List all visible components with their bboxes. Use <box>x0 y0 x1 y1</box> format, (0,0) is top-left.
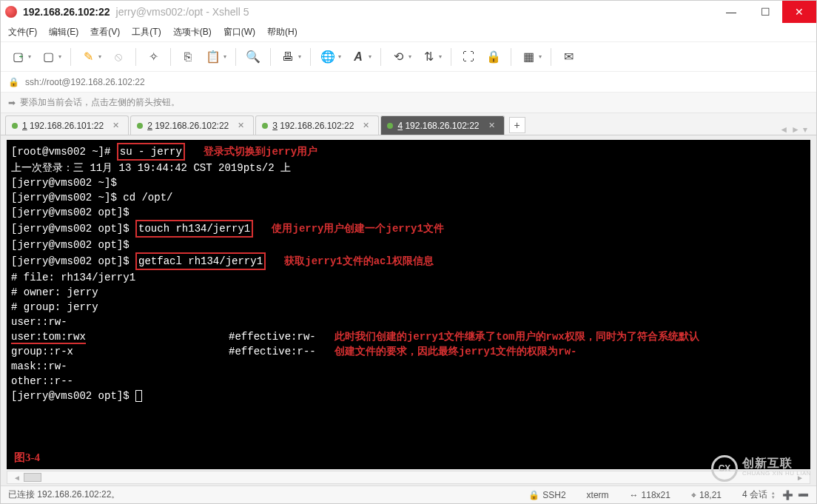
compose-icon[interactable]: ✉ <box>560 49 576 65</box>
tab-close-icon[interactable]: ✕ <box>238 121 244 130</box>
address-text[interactable]: ssh://root@192.168.26.102:22 <box>25 77 145 87</box>
session-tab-2[interactable]: 2 192.168.26.102:22 ✕ <box>130 115 254 135</box>
annotation: 登录式切换到jerry用户 <box>204 146 317 158</box>
menu-view[interactable]: 查看(V) <box>90 26 120 38</box>
paste-icon[interactable]: 📋 <box>205 49 221 65</box>
fullscreen-icon[interactable]: ⛶ <box>460 49 477 65</box>
window-title-main: 192.168.26.102:22 <box>23 6 110 18</box>
dropdown-icon[interactable]: ▾ <box>408 53 411 60</box>
status-dot-icon <box>387 123 393 129</box>
status-size: 118x21 <box>642 490 670 500</box>
new-session-icon[interactable]: ▢+ <box>10 49 26 65</box>
session-tab-4[interactable]: 4 192.168.26.102:22 ✕ <box>380 115 504 135</box>
status-connected: 已连接 192.168.26.102:22。 <box>8 488 120 501</box>
status-bar: 已连接 192.168.26.102:22。 🔒SSH2 xterm ↔118x… <box>1 485 816 503</box>
tab-label: 4 192.168.26.102:22 <box>397 121 479 131</box>
open-icon[interactable]: ▢ <box>40 49 56 65</box>
print-icon[interactable]: 🖶 <box>280 49 296 65</box>
menu-file[interactable]: 文件(F) <box>8 26 37 38</box>
app-icon <box>5 6 17 18</box>
dropdown-icon[interactable]: ▾ <box>539 53 542 60</box>
disconnect-icon[interactable]: ⦸ <box>110 49 127 65</box>
dropdown-icon[interactable]: ▾ <box>223 53 226 60</box>
menu-bar: 文件(F) 编辑(E) 查看(V) 工具(T) 选项卡(B) 窗口(W) 帮助(… <box>1 23 816 42</box>
scroll-thumb[interactable] <box>24 473 41 482</box>
horizontal-scrollbar[interactable]: ◄ ► <box>7 471 810 484</box>
highlighted-command: getfacl rh134/jerry1 <box>135 252 266 270</box>
tab-menu-icon[interactable]: ▾ <box>803 124 807 135</box>
hint-text: 要添加当前会话，点击左侧的箭头按钮。 <box>20 96 180 109</box>
annotation: 使用jerry用户创建一个jerry1文件 <box>272 223 443 235</box>
dropdown-icon[interactable]: ▾ <box>369 53 371 60</box>
tab-close-icon[interactable]: ✕ <box>112 121 119 130</box>
layout-icon[interactable]: ▦ <box>520 49 537 65</box>
menu-help[interactable]: 帮助(H) <box>267 26 297 38</box>
refresh-icon[interactable]: ⟲ <box>390 49 406 65</box>
status-dot-icon <box>137 123 143 129</box>
status-term: xterm <box>587 490 609 500</box>
status-sessions: 4 会话 <box>742 488 767 501</box>
highlighted-acl: user:tom:rwx <box>11 331 86 344</box>
address-bar: 🔒 ssh://root@192.168.26.102:22 <box>1 72 816 93</box>
tab-label: 1 192.168.26.101:22 <box>22 121 104 131</box>
properties-icon[interactable]: ✧ <box>145 49 161 65</box>
watermark-logo-icon: CX <box>711 455 738 482</box>
tab-scroll-left-icon[interactable]: ◄ <box>779 124 788 135</box>
close-button[interactable]: ✕ <box>782 1 816 23</box>
copy-icon[interactable]: ⎘ <box>180 49 196 65</box>
session-tab-1[interactable]: 1 192.168.26.101:22 ✕ <box>5 115 129 135</box>
status-dot-icon <box>12 123 18 129</box>
scroll-left-icon[interactable]: ◄ <box>10 474 24 482</box>
maximize-button[interactable]: ☐ <box>748 1 782 23</box>
add-tab-button[interactable]: + <box>509 117 525 133</box>
status-dot-icon <box>262 123 268 129</box>
annotation: 获取jerry1文件的acl权限信息 <box>284 255 434 267</box>
cursor-icon: ⌖ <box>691 490 696 500</box>
highlighted-command: su - jerry <box>117 143 185 161</box>
transfer-icon[interactable]: ⇅ <box>420 49 437 65</box>
session-tab-3[interactable]: 3 192.168.26.102:22 ✕ <box>255 115 379 135</box>
arrow-icon[interactable]: ➡ <box>8 98 16 108</box>
toolbar: ▢+▾ ▢▾ ✎▾ ⦸ ✧ ⎘ 📋▾ 🔍 🖶▾ 🌐▾ A▾ ⟲▾ ⇅▾ ⛶ 🔒 … <box>1 42 816 72</box>
highlighted-command: touch rh134/jerry1 <box>135 220 253 238</box>
figure-label: 图3-4 <box>14 450 40 465</box>
dropdown-icon[interactable]: ▾ <box>338 53 341 60</box>
window-titlebar: 192.168.26.102:22 jerry@vms002:/opt - Xs… <box>1 1 816 23</box>
font-icon[interactable]: A <box>350 49 366 65</box>
tab-close-icon[interactable]: ✕ <box>488 121 495 130</box>
status-pos: 18,21 <box>699 490 722 500</box>
annotation: 创建文件的要求，因此最终jerry1文件的权限为rw- <box>334 346 577 357</box>
menu-window[interactable]: 窗口(W) <box>223 26 255 38</box>
lock-small-icon: 🔒 <box>8 77 19 87</box>
dropdown-icon[interactable]: ▾ <box>28 53 31 60</box>
tab-label: 3 192.168.26.102:22 <box>272 121 354 131</box>
menu-edit[interactable]: 编辑(E) <box>49 26 78 38</box>
minimize-button[interactable]: — <box>714 1 748 23</box>
ssh-lock-icon: 🔒 <box>528 490 539 500</box>
tab-bar: 1 192.168.26.101:22 ✕ 2 192.168.26.102:2… <box>1 113 816 135</box>
dropdown-icon[interactable]: ▾ <box>439 53 442 60</box>
terminal[interactable]: [root@vms002 ~]# su - jerry 登录式切换到jerry用… <box>7 140 810 469</box>
lock-icon[interactable]: 🔒 <box>485 49 502 65</box>
menu-tools[interactable]: 工具(T) <box>132 26 161 38</box>
status-ssh: SSH2 <box>542 490 565 500</box>
tab-label: 2 192.168.26.102:22 <box>147 121 229 131</box>
menu-tabs[interactable]: 选项卡(B) <box>173 26 212 38</box>
hint-bar: ➡ 要添加当前会话，点击左侧的箭头按钮。 <box>1 93 816 113</box>
annotation: 此时我们创建的jerry1文件继承了tom用户的rwx权限，同时为了符合系统默认 <box>334 331 699 343</box>
watermark: CX 创新互联 CHUANG XIN HU LIAN <box>711 455 811 482</box>
find-icon[interactable]: 🔍 <box>245 49 261 65</box>
reconnect-icon[interactable]: ✎ <box>80 49 96 65</box>
tab-close-icon[interactable]: ✕ <box>363 121 369 130</box>
tab-scroll-right-icon[interactable]: ► <box>791 124 800 135</box>
globe-icon[interactable]: 🌐 <box>320 49 336 65</box>
window-title-sub: jerry@vms002:/opt - Xshell 5 <box>116 6 249 18</box>
resize-icon: ↔ <box>630 490 639 500</box>
terminal-cursor <box>135 390 142 402</box>
dropdown-icon[interactable]: ▾ <box>298 53 301 60</box>
dropdown-icon[interactable]: ▾ <box>58 53 61 60</box>
dropdown-icon[interactable]: ▾ <box>98 53 101 60</box>
